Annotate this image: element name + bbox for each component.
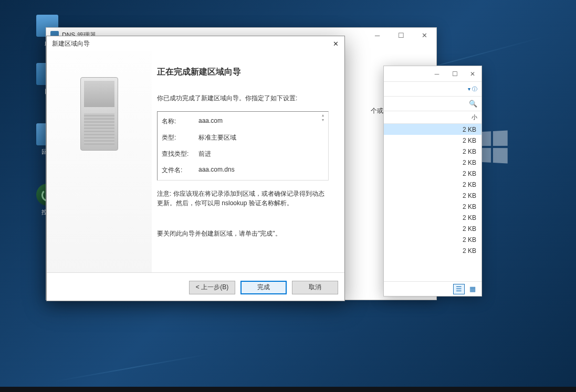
explorer-statusbar: ☰ ▦: [384, 281, 481, 296]
summary-lookup-label: 查找类型:: [162, 150, 198, 158]
column-size-label: 小: [472, 113, 477, 121]
wizard-main: 正在完成新建区域向导 你已成功完成了新建区域向导。你指定了如下设置: 名称: a…: [152, 51, 344, 272]
maximize-button[interactable]: ☐: [446, 66, 464, 82]
maximize-button[interactable]: ☐: [389, 28, 413, 43]
summary-lookup-value: 前进: [198, 150, 211, 158]
taskbar[interactable]: [0, 387, 576, 392]
explorer-window: ─ ☐ ✕ ▾ ⓘ 🔍 小 2 KB 2 KB 2 KB 2 KB 2 KB 2…: [383, 66, 482, 296]
list-item[interactable]: 2 KB: [384, 179, 481, 190]
list-item[interactable]: 2 KB: [384, 157, 481, 168]
wizard-sidebar: [47, 51, 152, 272]
view-details-button[interactable]: ☰: [453, 284, 465, 294]
list-item[interactable]: 2 KB: [384, 190, 481, 201]
close-button[interactable]: ✕: [330, 38, 341, 49]
summary-name-value: aaa.com: [198, 117, 223, 126]
explorer-ribbon[interactable]: ▾ ⓘ: [384, 82, 481, 97]
summary-file-label: 文件名:: [162, 166, 198, 175]
wizard-title-text: 新建区域向导: [52, 39, 90, 48]
explorer-titlebar[interactable]: ─ ☐ ✕: [384, 66, 481, 82]
wizard-footer: < 上一步(B) 完成 取消: [47, 272, 344, 302]
wizard-closing: 要关闭此向导并创建新区域，请单击"完成"。: [157, 229, 329, 238]
explorer-file-list: 2 KB 2 KB 2 KB 2 KB 2 KB 2 KB 2 KB 2 KB …: [384, 124, 481, 256]
wizard-intro: 你已成功完成了新建区域向导。你指定了如下设置:: [157, 93, 329, 103]
summary-type-value: 标准主要区域: [198, 133, 236, 142]
minimize-button[interactable]: ─: [365, 28, 389, 43]
cancel-button[interactable]: 取消: [292, 281, 338, 294]
list-item[interactable]: 2 KB: [384, 201, 481, 212]
wizard-summary-box[interactable]: 名称: aaa.com 类型: 标准主要区域 查找类型: 前进 文件名: aaa…: [157, 111, 329, 181]
summary-name-label: 名称:: [162, 117, 198, 126]
explorer-search[interactable]: 🔍: [384, 97, 481, 111]
close-button[interactable]: ✕: [464, 66, 481, 82]
view-icons-button[interactable]: ▦: [467, 284, 478, 294]
server-icon: [80, 77, 118, 151]
minimize-button[interactable]: ─: [428, 66, 446, 82]
explorer-column-header[interactable]: 小: [384, 111, 481, 124]
finish-button[interactable]: 完成: [240, 281, 287, 294]
wizard-note: 注意: 你应该现在将记录添加到区域，或者确保记录得到动态更新。然后，你可以用 n…: [157, 189, 329, 208]
back-button[interactable]: < 上一步(B): [189, 281, 235, 294]
list-item[interactable]: 2 KB: [384, 168, 481, 179]
close-button[interactable]: ✕: [413, 28, 436, 43]
wizard-heading: 正在完成新建区域向导: [157, 67, 329, 78]
wizard-titlebar[interactable]: 新建区域向导 ✕: [47, 36, 344, 51]
chevron-down-icon[interactable]: ▾: [468, 86, 470, 92]
list-item[interactable]: 2 KB: [384, 223, 481, 234]
summary-file-value: aaa.com.dns: [198, 166, 235, 175]
list-item[interactable]: 2 KB: [384, 245, 481, 256]
windows-logo: [478, 130, 508, 163]
list-item[interactable]: 2 KB: [384, 135, 481, 146]
new-zone-wizard-dialog: 新建区域向导 ✕ 正在完成新建区域向导 你已成功完成了新建区域向导。你指定了如下…: [46, 36, 345, 301]
list-item[interactable]: 2 KB: [384, 212, 481, 223]
list-item[interactable]: 2 KB: [384, 146, 481, 157]
list-item[interactable]: 2 KB: [384, 124, 481, 135]
list-item[interactable]: 2 KB: [384, 234, 481, 245]
summary-type-label: 类型:: [162, 133, 198, 142]
